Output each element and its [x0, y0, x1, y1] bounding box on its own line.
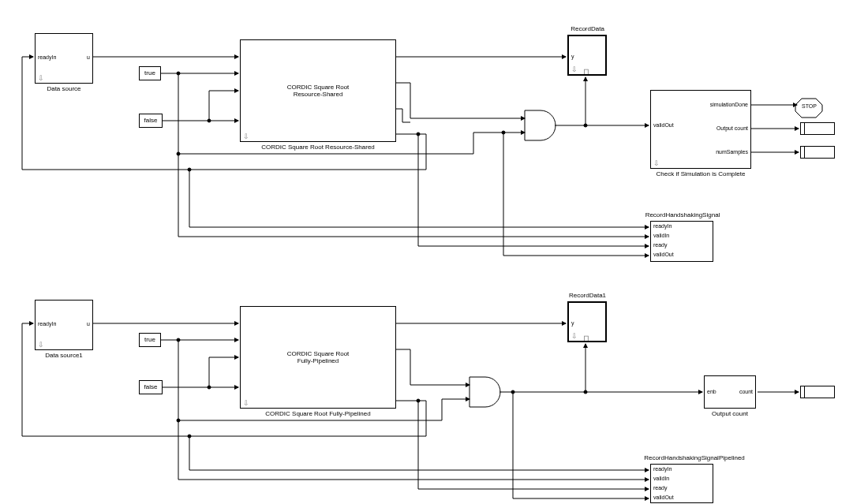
- cordic-rshared-label: CORDIC Square Root Resource-Shared: [240, 144, 396, 151]
- cordic-pipe-block[interactable]: CORDIC Square Root Fully-Pipelined ⇩: [240, 306, 396, 409]
- cordic-rshared-block[interactable]: CORDIC Square Root Resource-Shared ⇩: [240, 39, 396, 142]
- port-y: y: [571, 54, 574, 59]
- cordic-title-l2: Resource-Shared: [294, 91, 343, 98]
- port-arrow-icon: ⇩: [571, 65, 578, 73]
- stop-label: STOP: [799, 103, 819, 109]
- cordic-pipe-label: CORDIC Square Root Fully-Pipelined: [240, 410, 396, 417]
- svg-point-13: [417, 399, 420, 402]
- port-count: count: [739, 389, 753, 394]
- const-true[interactable]: true: [139, 66, 161, 80]
- port-enb: enb: [707, 389, 716, 394]
- hs-readyIn: readyIn: [653, 223, 672, 229]
- svg-point-4: [188, 168, 191, 171]
- record-handshake-pipe-block[interactable]: readyIn validIn ready validOut: [650, 464, 713, 503]
- svg-point-5: [417, 133, 420, 136]
- svg-point-14: [511, 390, 514, 394]
- data-source1-block[interactable]: readyIn u ⇩: [35, 300, 93, 350]
- svg-point-9: [177, 338, 180, 342]
- hs-ready: ready: [653, 485, 668, 491]
- svg-point-0: [208, 119, 211, 122]
- svg-point-10: [584, 390, 587, 394]
- record-data1-label: RecordData1: [558, 292, 617, 299]
- record-data-label: RecordData: [558, 25, 617, 32]
- port-arrow-icon: ⇩: [243, 133, 249, 140]
- enable-port-icon: ⊓: [583, 67, 589, 76]
- hs-validIn: validIn: [653, 476, 669, 481]
- port-arrow-icon: ⇩: [653, 159, 660, 167]
- const-false1[interactable]: false: [139, 380, 163, 394]
- data-source-label: Data source: [35, 85, 93, 92]
- hs-ready: ready: [653, 242, 668, 248]
- data-source-block[interactable]: readyIn u ⇩: [35, 33, 93, 84]
- output-count-block[interactable]: enb count: [704, 375, 756, 409]
- check-complete-block[interactable]: simulationDone validOut Output count num…: [650, 90, 751, 169]
- record-data1-block[interactable]: y ⇩ ⊓: [567, 301, 607, 342]
- record-handshake-block[interactable]: readyIn validIn ready validOut: [650, 221, 713, 262]
- record-data-block[interactable]: y ⇩ ⊓: [567, 35, 607, 76]
- port-outCount: Output count: [716, 125, 748, 131]
- svg-point-6: [502, 131, 505, 134]
- port-readyIn: readyIn: [38, 54, 56, 60]
- port-simDone: simulationDone: [710, 102, 748, 107]
- port-arrow-icon: ⇩: [571, 332, 578, 340]
- svg-point-3: [584, 124, 587, 127]
- data-source1-label: Data source1: [35, 352, 93, 359]
- svg-point-8: [208, 386, 211, 389]
- hs-validIn: validIn: [653, 233, 669, 238]
- output-count-label: Output count: [702, 410, 758, 417]
- port-readyIn: readyIn: [38, 321, 56, 327]
- svg-point-12: [177, 419, 180, 422]
- port-numSamples: numSamples: [716, 149, 748, 155]
- hs-readyIn: readyIn: [653, 466, 672, 472]
- display-count[interactable]: [800, 386, 835, 398]
- cordic-pipe-l2: Fully-Pipelined: [297, 357, 339, 364]
- hs-validOut: validOut: [653, 495, 674, 500]
- port-arrow-icon: ⇩: [38, 341, 44, 349]
- svg-point-2: [177, 152, 180, 155]
- display-outcount[interactable]: [800, 122, 835, 135]
- svg-point-1: [177, 72, 180, 75]
- const-true1[interactable]: true: [139, 333, 161, 347]
- const-false[interactable]: false: [139, 114, 163, 128]
- port-u: u: [87, 321, 90, 327]
- port-y: y: [571, 320, 574, 326]
- record-handshake-pipe-label: RecordHandshakingSignalPipelined: [623, 454, 765, 461]
- port-arrow-icon: ⇩: [38, 74, 44, 82]
- cordic-pipe-l1: CORDIC Square Root: [287, 350, 350, 357]
- port-arrow-icon: ⇩: [243, 399, 249, 407]
- record-handshake-label: RecordHandshakingSignal: [631, 211, 734, 218]
- cordic-title-l1: CORDIC Square Root: [287, 84, 350, 91]
- enable-port-icon: ⊓: [583, 334, 589, 342]
- hs-validOut: validOut: [653, 252, 674, 257]
- check-complete-label: Check if Simulation is Complete: [642, 170, 759, 177]
- display-numsamples[interactable]: [800, 146, 835, 159]
- port-u: u: [87, 54, 90, 60]
- svg-point-11: [188, 435, 191, 438]
- port-validOut-in: validOut: [653, 122, 674, 128]
